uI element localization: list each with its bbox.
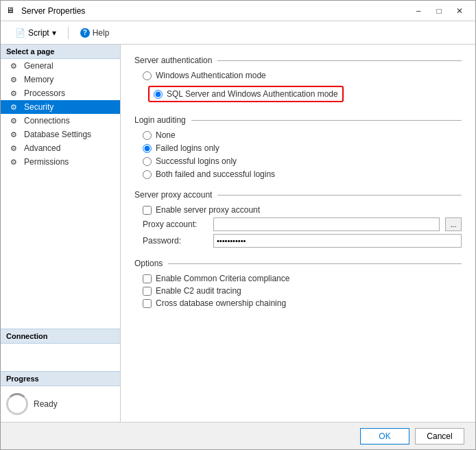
login-auditing-title: Login auditing: [134, 115, 191, 125]
window-controls: – □ ✕: [408, 3, 470, 19]
cc-compliance-row: Enable Common Criteria compliance: [143, 274, 462, 283]
proxy-account-input[interactable]: [213, 217, 440, 231]
security-icon: ⚙: [10, 103, 20, 112]
sidebar-item-advanced-label: Advanced: [24, 143, 60, 153]
processors-icon: ⚙: [10, 89, 20, 98]
connection-section-label: Connection: [1, 329, 120, 344]
main-window: 🖥 Server Properties – □ ✕ 📄 Script ▾ ? H…: [0, 0, 476, 450]
sidebar-item-database-settings-label: Database Settings: [24, 130, 91, 139]
options-title: Options: [134, 259, 168, 268]
help-icon: ?: [80, 28, 90, 38]
cancel-button[interactable]: Cancel: [415, 428, 464, 445]
both-audit-label: Both failed and successful logins: [156, 169, 275, 179]
sidebar-item-database-settings[interactable]: ⚙ Database Settings: [1, 128, 120, 141]
login-auditing-group: Login auditing None Failed logins only S…: [134, 115, 462, 179]
maximize-button[interactable]: □: [429, 3, 449, 19]
toolbar: 📄 Script ▾ ? Help: [1, 21, 475, 45]
none-audit-label: None: [156, 130, 176, 140]
window-icon: 🖥: [6, 5, 17, 16]
sidebar-item-processors-label: Processors: [24, 88, 65, 98]
sidebar: Select a page ⚙ General ⚙ Memory ⚙ Proce…: [1, 45, 121, 422]
server-proxy-line: [217, 195, 462, 196]
script-icon: 📄: [15, 28, 25, 38]
sidebar-item-security-label: Security: [24, 102, 53, 112]
sql-windows-auth-label: SQL Server and Windows Authentication mo…: [167, 89, 338, 99]
server-proxy-header: Server proxy account: [134, 190, 462, 200]
proxy-account-browse-button[interactable]: ...: [445, 217, 462, 231]
ok-button[interactable]: OK: [360, 428, 409, 445]
proxy-account-row: Proxy account: ...: [143, 217, 462, 231]
login-auditing-header: Login auditing: [134, 115, 462, 125]
select-page-label: Select a page: [1, 45, 120, 59]
script-dropdown-icon: ▾: [52, 28, 56, 38]
minimize-button[interactable]: –: [408, 3, 429, 19]
sidebar-item-security[interactable]: ⚙ Security: [1, 100, 120, 114]
script-label: Script: [28, 28, 49, 38]
cross-db-row: Cross database ownership chaining: [143, 298, 462, 308]
none-audit-radio[interactable]: [143, 131, 152, 140]
main-content: Select a page ⚙ General ⚙ Memory ⚙ Proce…: [1, 45, 475, 422]
sidebar-item-advanced[interactable]: ⚙ Advanced: [1, 141, 120, 155]
enable-proxy-label: Enable server proxy account: [156, 205, 260, 215]
sidebar-item-connections[interactable]: ⚙ Connections: [1, 114, 120, 128]
help-label: Help: [93, 28, 110, 38]
cc-compliance-label: Enable Common Criteria compliance: [156, 274, 289, 283]
progress-spinner: [6, 393, 28, 415]
options-header: Options: [134, 259, 462, 268]
footer: OK Cancel: [1, 422, 475, 449]
sidebar-item-permissions-label: Permissions: [24, 157, 69, 167]
both-row: Both failed and successful logins: [143, 169, 462, 179]
server-proxy-group: Server proxy account Enable server proxy…: [134, 190, 462, 248]
sidebar-item-memory-label: Memory: [24, 75, 53, 84]
content-area: Server authentication Windows Authentica…: [121, 45, 475, 422]
password-row: Password:: [143, 234, 462, 248]
password-label: Password:: [143, 236, 208, 246]
server-proxy-title: Server proxy account: [134, 190, 217, 200]
failed-only-radio[interactable]: [143, 144, 152, 153]
options-group: Options Enable Common Criteria complianc…: [134, 259, 462, 308]
sidebar-item-connections-label: Connections: [24, 116, 70, 126]
c2-audit-checkbox[interactable]: [143, 287, 152, 296]
advanced-icon: ⚙: [10, 144, 20, 153]
window-title: Server Properties: [21, 6, 404, 16]
sidebar-item-permissions[interactable]: ⚙ Permissions: [1, 155, 120, 169]
sql-auth-selected-row: SQL Server and Windows Authentication mo…: [141, 86, 344, 102]
none-row: None: [143, 130, 462, 140]
general-icon: ⚙: [10, 62, 20, 71]
server-auth-group: Server authentication Windows Authentica…: [134, 56, 462, 104]
successful-only-row: Successful logins only: [143, 156, 462, 166]
password-input[interactable]: [213, 234, 462, 248]
windows-auth-row: Windows Authentication mode: [143, 71, 462, 80]
both-audit-radio[interactable]: [143, 170, 152, 179]
sql-windows-auth-radio[interactable]: [154, 90, 163, 99]
sidebar-item-memory[interactable]: ⚙ Memory: [1, 73, 120, 86]
help-button[interactable]: ? Help: [74, 25, 116, 40]
sidebar-item-processors[interactable]: ⚙ Processors: [1, 86, 120, 100]
cc-compliance-checkbox[interactable]: [143, 274, 152, 283]
sidebar-item-general[interactable]: ⚙ General: [1, 59, 120, 73]
close-button[interactable]: ✕: [449, 3, 470, 19]
failed-only-label: Failed logins only: [156, 143, 219, 153]
failed-only-row: Failed logins only: [143, 143, 462, 153]
server-auth-line: [217, 60, 462, 61]
memory-icon: ⚙: [10, 75, 20, 84]
enable-proxy-checkbox[interactable]: [143, 206, 152, 215]
progress-area: Ready: [1, 386, 120, 422]
windows-auth-radio[interactable]: [143, 71, 152, 80]
toolbar-separator: [68, 27, 69, 39]
cross-db-label: Cross database ownership chaining: [156, 298, 286, 308]
title-bar: 🖥 Server Properties – □ ✕: [1, 1, 475, 21]
connections-icon: ⚙: [10, 117, 20, 126]
cross-db-checkbox[interactable]: [143, 299, 152, 308]
c2-audit-label: Enable C2 audit tracing: [156, 286, 241, 296]
permissions-icon: ⚙: [10, 158, 20, 167]
script-button[interactable]: 📄 Script ▾: [9, 25, 62, 40]
sidebar-items: ⚙ General ⚙ Memory ⚙ Processors ⚙ Securi…: [1, 59, 120, 194]
proxy-account-label: Proxy account:: [143, 220, 208, 229]
successful-only-radio[interactable]: [143, 157, 152, 166]
progress-status: Ready: [34, 399, 58, 409]
progress-section-label: Progress: [1, 371, 120, 386]
options-line: [168, 263, 462, 264]
c2-audit-row: Enable C2 audit tracing: [143, 286, 462, 296]
sidebar-item-general-label: General: [24, 61, 53, 71]
